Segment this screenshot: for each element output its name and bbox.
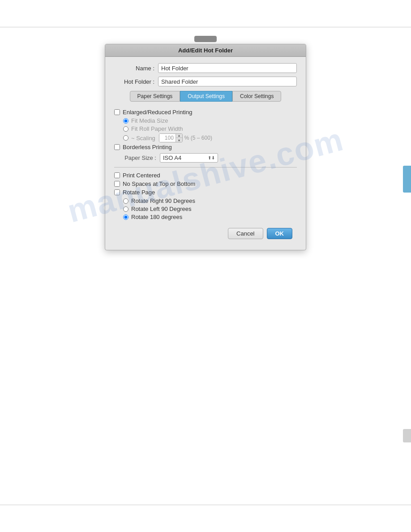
scaling-radio[interactable] (123, 135, 128, 141)
fit-roll-row: Fit Roll Paper Width (114, 125, 297, 132)
dialog: Add/Edit Hot Folder Name : Hot Folder : … (105, 44, 306, 250)
rotate-right-row: Rotate Right 90 Degrees (114, 197, 297, 204)
output-settings-section: Enlarged/Reduced Printing Fit Media Size… (114, 107, 297, 223)
no-spaces-row: No Spaces at Top or Bottom (114, 180, 297, 187)
print-centered-row: Print Centered (114, 172, 297, 179)
scaling-number-input[interactable] (159, 133, 176, 142)
fit-roll-radio[interactable] (123, 126, 128, 132)
rotate-180-radio[interactable] (123, 215, 128, 220)
paper-size-dropdown-icon: ⬆⬇ (208, 155, 215, 160)
rotate-left-label: Rotate Left 90 Degrees (131, 206, 191, 212)
scaling-range-label: % (5 – 600) (184, 135, 212, 141)
fit-roll-label: Fit Roll Paper Width (131, 125, 183, 132)
button-row: Cancel OK (114, 223, 297, 244)
hot-folder-input[interactable] (158, 77, 297, 86)
scaling-increment-button[interactable]: ▲ (176, 133, 182, 138)
right-scroll-tab-bottom (403, 429, 411, 442)
cancel-button[interactable]: Cancel (228, 228, 263, 239)
hot-folder-field-row: Hot Folder : (114, 77, 297, 86)
paper-size-select[interactable]: ISO A4 ⬆⬇ (160, 153, 218, 163)
tabs-container: Paper Settings Output Settings Color Set… (114, 91, 297, 102)
enlarged-reduced-row: Enlarged/Reduced Printing (114, 109, 297, 116)
paper-size-value: ISO A4 (163, 154, 181, 161)
paper-size-label: Paper Size : (116, 154, 156, 161)
name-input[interactable] (158, 63, 297, 73)
rotate-180-label: Rotate 180 degrees (131, 214, 182, 220)
rotate-180-row: Rotate 180 degrees (114, 214, 297, 220)
rotate-page-checkbox[interactable] (114, 189, 120, 195)
enlarged-reduced-label: Enlarged/Reduced Printing (123, 109, 192, 116)
rotate-left-row: Rotate Left 90 Degrees (114, 206, 297, 212)
fit-media-radio[interactable] (123, 118, 128, 124)
name-label: Name : (114, 65, 154, 72)
dialog-topbar (105, 36, 306, 42)
scaling-row: ~ Scaling ▲ ▼ % (5 – 600) (114, 133, 297, 142)
fit-media-label: Fit Media Size (131, 117, 168, 124)
rotate-page-row: Rotate Page (114, 189, 297, 196)
no-spaces-label: No Spaces at Top or Bottom (123, 180, 195, 187)
section-divider (114, 167, 297, 167)
rotate-left-radio[interactable] (123, 206, 128, 212)
rotate-right-radio[interactable] (123, 198, 128, 204)
scaling-stepper: ▲ ▼ (176, 133, 182, 142)
no-spaces-checkbox[interactable] (114, 181, 120, 187)
borderless-row: Borderless Printing (114, 144, 297, 150)
ok-button[interactable]: OK (267, 228, 293, 239)
paper-size-row: Paper Size : ISO A4 ⬆⬇ (114, 153, 297, 163)
dialog-title: Add/Edit Hot Folder (178, 47, 233, 54)
fit-media-row: Fit Media Size (114, 117, 297, 124)
tab-color-settings[interactable]: Color Settings (232, 91, 281, 102)
rotate-right-label: Rotate Right 90 Degrees (131, 197, 195, 204)
rotate-page-label: Rotate Page (123, 189, 155, 196)
scaling-input-wrapper: ▲ ▼ (159, 133, 183, 142)
dialog-titlebar: Add/Edit Hot Folder (105, 44, 306, 57)
name-field-row: Name : (114, 63, 297, 73)
tab-paper-settings[interactable]: Paper Settings (130, 91, 180, 102)
print-centered-checkbox[interactable] (114, 172, 120, 178)
dialog-body: Name : Hot Folder : Paper Settings Outpu… (105, 57, 306, 250)
scaling-label: ~ Scaling (131, 135, 155, 142)
tab-output-settings[interactable]: Output Settings (180, 91, 232, 102)
borderless-checkbox[interactable] (114, 144, 120, 150)
hot-folder-label: Hot Folder : (114, 78, 154, 85)
enlarged-reduced-checkbox[interactable] (114, 109, 120, 115)
borderless-label: Borderless Printing (123, 144, 172, 150)
scaling-decrement-button[interactable]: ▼ (176, 138, 182, 142)
print-centered-label: Print Centered (123, 172, 160, 179)
dialog-wrapper: Add/Edit Hot Folder Name : Hot Folder : … (105, 36, 306, 250)
window-close-button[interactable] (194, 36, 217, 42)
